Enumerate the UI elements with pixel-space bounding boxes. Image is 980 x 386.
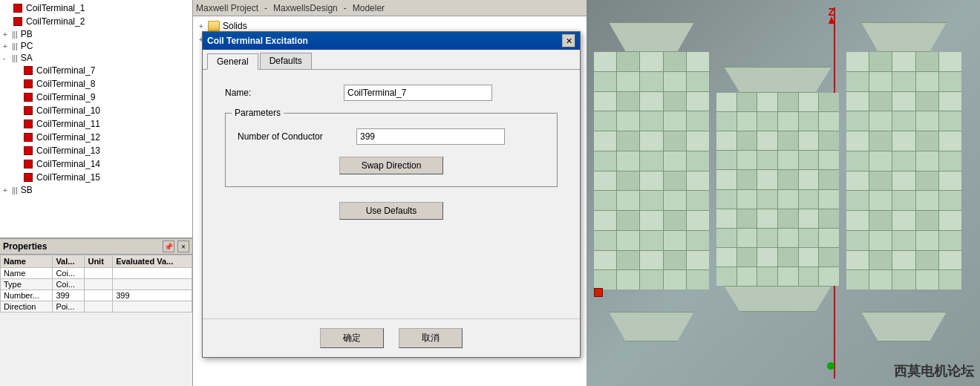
menu-item-project[interactable]: Maxwell Project <box>196 3 258 13</box>
grid-cell <box>939 191 961 210</box>
grid-cell <box>846 211 869 230</box>
grid-cell <box>664 52 686 71</box>
tree-item[interactable]: CoilTerminal_15 <box>1 171 191 184</box>
grid-cell <box>716 229 736 247</box>
grid-cell <box>664 171 686 191</box>
grid-cell <box>892 92 915 111</box>
tree-label: CoilTerminal_1 <box>26 3 85 13</box>
tree-item[interactable]: CoilTerminal_14 <box>1 157 191 171</box>
tree-item-pc[interactable]: + ||| PC <box>1 40 191 52</box>
properties-panel: Properties 📌 × Name Val... Unit Evaluate… <box>0 238 193 386</box>
prop-eval: 399 <box>113 290 192 301</box>
expand-icon: + <box>3 30 10 39</box>
grid-cell <box>778 131 798 150</box>
grid-cell <box>617 231 639 250</box>
pin-button[interactable]: 📌 <box>163 241 174 252</box>
left-panel: CoilTerminal_1 CoilTerminal_2 + ||| PB +… <box>0 0 193 386</box>
tree-item[interactable]: CoilTerminal_11 <box>1 117 191 131</box>
grid-cell <box>846 131 869 151</box>
grid-cell <box>617 131 639 151</box>
grid-cell <box>916 92 938 111</box>
dialog-close-button[interactable]: ✕ <box>562 34 575 48</box>
grid-cell <box>757 170 777 189</box>
stator-right <box>846 22 961 341</box>
grid-cell <box>799 190 819 209</box>
tree-item[interactable]: CoilTerminal_12 <box>1 131 191 144</box>
grid-cell <box>594 52 616 71</box>
grid-cell <box>892 211 915 230</box>
grid-cell <box>869 131 892 151</box>
grid-left <box>594 52 709 290</box>
grid-cell <box>594 111 616 131</box>
expand-icon: + <box>199 22 206 30</box>
expand-icon: + <box>3 42 10 50</box>
grid-cell <box>617 171 639 191</box>
tree-item-sa[interactable]: - ||| SA <box>1 52 191 64</box>
name-input[interactable] <box>344 85 492 101</box>
grid-cell <box>939 72 961 91</box>
grid-cell <box>757 248 777 266</box>
tree-item[interactable]: CoilTerminal_8 <box>1 77 191 91</box>
grid-cell <box>778 248 798 266</box>
properties-table: Name Val... Unit Evaluated Va... Name Co… <box>0 255 192 313</box>
prop-row-name: Name Coi... <box>1 268 192 279</box>
grid-cell <box>640 191 662 210</box>
stator-center <box>716 67 839 312</box>
ok-button[interactable]: 确定 <box>320 328 384 348</box>
grid-cell <box>819 209 839 228</box>
tree-item[interactable]: CoilTerminal_7 <box>1 64 191 77</box>
grid-cell <box>640 92 662 111</box>
tab-defaults[interactable]: Defaults <box>260 53 312 69</box>
tab-general[interactable]: General <box>207 53 258 70</box>
use-defaults-button[interactable]: Use Defaults <box>339 202 443 220</box>
grid-cell <box>687 171 709 191</box>
grid-cell <box>819 151 839 169</box>
grid-cell <box>716 170 736 189</box>
corner-bottom-left <box>609 312 694 341</box>
grid-cell <box>594 171 616 191</box>
grid-cell <box>737 229 757 247</box>
tree-label: CoilTerminal_13 <box>36 145 100 156</box>
grid-cell <box>594 270 616 290</box>
conductor-input[interactable] <box>356 128 505 145</box>
prop-row-number: Number... 399 399 <box>1 290 192 301</box>
grid-center <box>716 93 839 286</box>
grid-cell <box>892 231 915 250</box>
menu-item-design[interactable]: MaxwellsDesign <box>273 3 338 13</box>
grid-cell <box>916 171 938 191</box>
prop-name: Name <box>1 268 53 279</box>
grid-cell <box>640 231 662 250</box>
tree-item[interactable]: CoilTerminal_2 <box>1 15 191 28</box>
grid-cell <box>916 231 938 250</box>
tree-item[interactable]: CoilTerminal_1 <box>1 1 191 15</box>
grid-cell <box>617 251 639 270</box>
tree-item-pb[interactable]: + ||| PB <box>1 28 191 40</box>
tree-item[interactable]: CoilTerminal_10 <box>1 104 191 117</box>
grid-cell <box>819 170 839 189</box>
close-button[interactable]: × <box>177 241 189 252</box>
grid-cell <box>892 111 915 131</box>
cancel-button[interactable]: 取消 <box>399 328 463 348</box>
grid-cell <box>617 52 639 71</box>
conductor-label: Number of Conductor <box>238 131 356 142</box>
prop-unit <box>85 290 113 301</box>
grid-cell <box>939 151 961 171</box>
grid-cell <box>778 190 798 209</box>
col-val: Val... <box>53 255 85 268</box>
grid-cell <box>892 72 915 91</box>
grid-cell <box>664 151 686 171</box>
tree-item[interactable]: CoilTerminal_9 <box>1 91 191 104</box>
tree-item-sb[interactable]: + ||| SB <box>1 184 191 196</box>
tree-label: PB <box>21 29 33 39</box>
properties-title: Properties <box>3 241 47 252</box>
swap-direction-button[interactable]: Swap Direction <box>339 157 443 174</box>
tree-item[interactable]: CoilTerminal_13 <box>1 144 191 157</box>
menu-item-modeler[interactable]: Modeler <box>353 3 385 13</box>
grid-cell <box>799 131 819 150</box>
grid-cell <box>819 267 839 286</box>
grid-cell <box>778 170 798 189</box>
stator-left <box>594 22 709 341</box>
grid-cell <box>778 112 798 131</box>
grid-right <box>846 52 961 290</box>
grid-cell <box>916 72 938 91</box>
